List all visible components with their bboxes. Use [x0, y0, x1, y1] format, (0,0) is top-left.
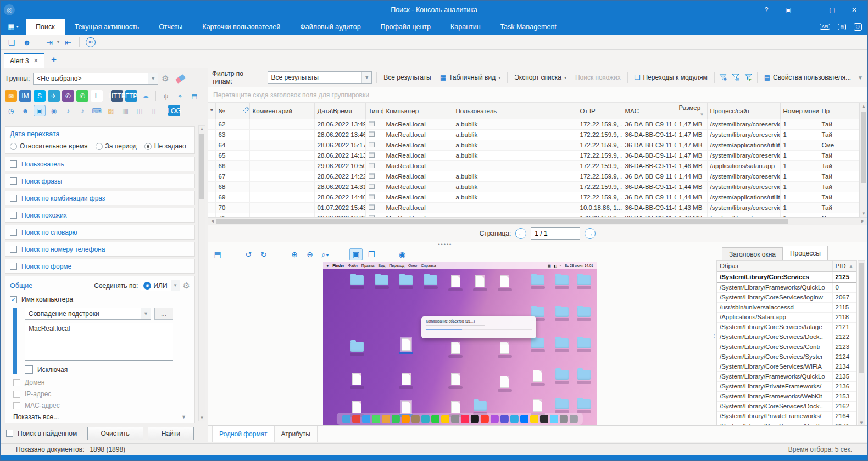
result-row[interactable]: 62 28.06.2022 13:49:12 MacReal.local a.b…: [208, 119, 860, 130]
col-num[interactable]: №: [215, 103, 240, 119]
col-size[interactable]: Размер▼: [676, 103, 707, 119]
col-ip[interactable]: От IP: [577, 103, 622, 119]
menu-tab[interactable]: Карантин: [441, 19, 491, 35]
exclude-checkbox[interactable]: [25, 365, 33, 374]
channel-icon[interactable]: ▨: [105, 105, 117, 116]
search-in-found-checkbox[interactable]: [6, 430, 13, 437]
menu-tab[interactable]: Файловый аудитор: [290, 19, 370, 35]
checkbox[interactable]: [13, 391, 20, 398]
menu-tab[interactable]: Поиск: [26, 19, 65, 35]
export-folder-icon[interactable]: ⇥: [43, 36, 56, 48]
gear-icon[interactable]: ⚙: [162, 74, 169, 84]
col-monitor[interactable]: Номер мони: [780, 103, 819, 119]
chevron-down-icon[interactable]: ▼: [141, 308, 151, 319]
gear-icon[interactable]: ⚙: [183, 281, 190, 291]
process-row[interactable]: /System/Library/CoreServices/talage 2121: [717, 322, 856, 332]
channel-icon[interactable]: ▯: [148, 105, 160, 116]
preview-tool-icon[interactable]: ↺: [242, 248, 255, 260]
preview-tool-icon[interactable]: ⊖: [303, 248, 316, 260]
tab-window-title[interactable]: Заголовок окна: [722, 247, 783, 260]
add-tab-button[interactable]: +: [51, 54, 57, 65]
channel-icon[interactable]: [107, 91, 107, 101]
process-row[interactable]: /usr/sbin/universalaccessd 2115: [717, 302, 856, 312]
channel-icon[interactable]: ☻: [19, 105, 31, 116]
col-computer[interactable]: Компьютер: [383, 103, 453, 119]
computer-name-value[interactable]: MacReal.local: [25, 323, 173, 361]
mac-desktop-image[interactable]: ● Finder Файл Правка Вид Переход Окно Сп…: [323, 262, 597, 426]
import-folder-icon[interactable]: ⇤: [62, 36, 75, 48]
modules-jump-button[interactable]: ❏Переходы к модулям: [632, 74, 710, 81]
process-row[interactable]: /System/Library/PrivateFrameworks/ 2164: [717, 411, 856, 421]
type-filter-combobox[interactable]: Все результаты ▼: [268, 71, 372, 84]
channel-icon[interactable]: [155, 91, 156, 101]
col-star[interactable]: *: [208, 103, 215, 119]
results-header-row[interactable]: * № Комментарий Дата\Время Тип фа Компью…: [208, 103, 860, 119]
funnel-apply-icon[interactable]: [744, 74, 753, 81]
channel-icon[interactable]: ⌨: [91, 105, 103, 116]
funnel-user-icon[interactable]: [719, 74, 727, 81]
computer-name-checkbox[interactable]: ✓: [10, 296, 17, 303]
channel-icon[interactable]: ◷: [5, 105, 17, 116]
menu-tab[interactable]: Отчеты: [149, 19, 192, 35]
channel-icon[interactable]: IM: [19, 90, 31, 102]
checkbox[interactable]: [13, 379, 20, 386]
results-vscrollbar[interactable]: ▲▼: [859, 103, 867, 217]
group-by-bar[interactable]: Перетащите сюда заголовок поля для групп…: [208, 87, 867, 103]
preview-tool-icon[interactable]: [334, 248, 347, 260]
next-page-button[interactable]: →: [585, 228, 596, 239]
col-image[interactable]: Образ: [717, 261, 832, 271]
extra-filter-item[interactable]: IP-адрес: [13, 390, 188, 398]
join-combobox[interactable]: ◉ ИЛИ ▼: [141, 280, 180, 291]
checkbox[interactable]: [13, 402, 20, 409]
page-input[interactable]: [531, 227, 580, 240]
channel-icon[interactable]: ✉: [5, 90, 17, 102]
process-row[interactable]: /System/Library/Frameworks/QuickLo 0: [717, 282, 856, 292]
browse-button[interactable]: ...: [154, 308, 173, 320]
channel-icon[interactable]: ☁: [140, 90, 152, 102]
process-row[interactable]: /System/Library/CoreServices/Contr 2123: [717, 342, 856, 352]
menu-tab[interactable]: Профайл центр: [371, 19, 441, 35]
app-menu-button[interactable]: ▦▾: [1, 19, 26, 35]
process-row[interactable]: /System/Library/CoreServices/Syster 2124: [717, 352, 856, 362]
preview-tool-icon[interactable]: ◉: [396, 248, 409, 260]
sidebar-scrollbar[interactable]: ▲ ▼: [198, 125, 205, 421]
chevron-down-icon[interactable]: ▼: [171, 280, 180, 291]
filter-item[interactable]: Поиск фразы: [5, 174, 195, 188]
channel-icon[interactable]: ✆: [62, 90, 74, 102]
extra-filter-item[interactable]: MAC-адрес: [13, 402, 188, 409]
checkbox[interactable]: [10, 212, 17, 219]
tab-processes[interactable]: Процессы: [783, 246, 828, 260]
chevron-down-icon[interactable]: ▼: [181, 414, 186, 420]
process-row-selected[interactable]: /System/Library/CoreServices 2125: [717, 271, 856, 282]
preview-tool-icon[interactable]: [380, 248, 393, 260]
match-mode-combobox[interactable]: Совпадение подстроки ▼: [25, 308, 151, 320]
col-filetype[interactable]: Тип фа: [365, 103, 383, 119]
search-similar-button[interactable]: Поиск похожих: [573, 74, 623, 81]
checkbox[interactable]: [10, 229, 17, 236]
process-row[interactable]: /System/Library/Frameworks/QuickLo 2135: [717, 371, 856, 381]
all-results-button[interactable]: Все результаты: [381, 74, 433, 81]
panel-splitter[interactable]: ⋮: [713, 247, 715, 424]
doc-tab-alert3[interactable]: Alert 3 ✕: [4, 53, 44, 68]
channel-icon[interactable]: ◫: [133, 105, 146, 116]
channel-icon[interactable]: ▥: [119, 105, 131, 116]
channel-icon[interactable]: L: [91, 90, 103, 102]
chevron-down-icon[interactable]: ▼: [361, 72, 371, 83]
results-hscrollbar[interactable]: ◄►: [208, 217, 867, 225]
funnel-monitor-icon[interactable]: [732, 74, 740, 81]
pin-window-button[interactable]: ▣: [777, 1, 799, 19]
preview-tool-icon[interactable]: ❒: [365, 248, 378, 260]
filter-item[interactable]: Поиск по словарю: [5, 225, 195, 240]
preview-tool-icon[interactable]: ▣: [349, 248, 363, 260]
preview-tool-icon[interactable]: [226, 248, 240, 260]
maximize-button[interactable]: ▢: [821, 1, 843, 19]
result-row[interactable]: 70 01.07.2022 15:43:16 MacReal.local 10.…: [208, 203, 860, 213]
result-row[interactable]: 68 28.06.2022 14:31:12 MacReal.local a.b…: [208, 182, 860, 192]
table-view-button[interactable]: ▦Табличный вид▾: [438, 74, 503, 81]
collapse-chevron-icon[interactable]: ▼: [858, 75, 863, 81]
process-row[interactable]: /System/Library/CoreServices/WiFiA 2134: [717, 362, 856, 371]
preview-tool-icon[interactable]: ↻: [257, 248, 270, 260]
groups-combobox[interactable]: <Не выбрано> ▼: [33, 73, 158, 85]
preview-tool-icon[interactable]: ▤: [211, 248, 224, 260]
process-scrollbar[interactable]: ▼: [858, 260, 865, 426]
